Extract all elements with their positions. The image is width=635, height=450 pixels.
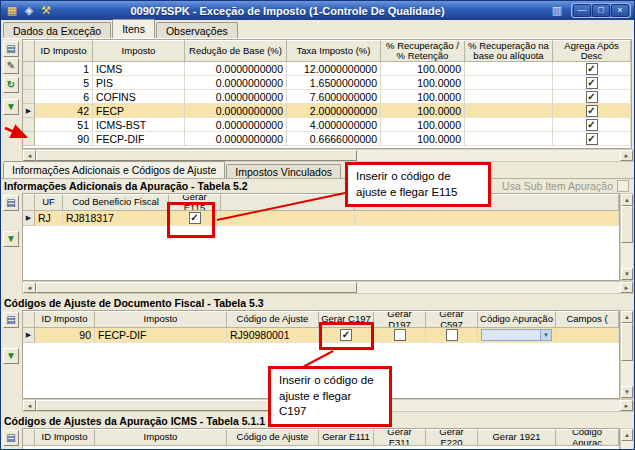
cell-campos[interactable] (556, 328, 619, 343)
scroll-right-button[interactable]: ► (620, 150, 633, 161)
table-row[interactable]: 90 FECP-DIF 0.0000000000 0.6666000000 10… (23, 132, 631, 146)
record-sheet-button[interactable]: ▤ (3, 195, 19, 211)
cell-taxa[interactable]: 12.0000000000 (287, 62, 381, 76)
table-row-selected[interactable]: ▶ RJ RJ818317 ✓ (23, 211, 619, 226)
vertical-scrollbar[interactable]: ▲ (620, 428, 634, 450)
column-header-imposto[interactable]: Imposto (95, 429, 227, 446)
record-sheet-button[interactable]: ▤ (3, 312, 19, 328)
column-header-gerar-e111[interactable]: Gerar E111 (319, 429, 374, 446)
subtab-impostos-vinculados[interactable]: Impostos Vinculados (226, 164, 341, 178)
scroll-track[interactable] (621, 206, 633, 268)
scroll-thumb[interactable] (36, 282, 357, 293)
gerar-e115-checkbox[interactable]: ✓ (189, 212, 201, 224)
cell-recuperacao[interactable]: 100.0000 (381, 104, 465, 118)
tab-dados-da-excecao[interactable]: Dados da Exceção (3, 22, 111, 38)
cell-id-imposto[interactable]: 1 (35, 62, 93, 76)
cell-recuperacao-base[interactable] (465, 118, 553, 132)
horizontal-scrollbar[interactable]: ◄ ► (22, 281, 634, 294)
cell-imposto[interactable]: FECP-DIF (95, 328, 227, 343)
column-header-gerar-d197[interactable]: Gerar D197 (374, 311, 426, 328)
cell-recuperacao[interactable]: 100.0000 (381, 76, 465, 90)
agrega-checkbox[interactable]: ✓ (586, 133, 598, 145)
cell-id-imposto[interactable]: 51 (35, 118, 93, 132)
gerar-c197-checkbox[interactable]: ✓ (340, 329, 352, 341)
record-post-button[interactable]: ▼ (3, 231, 19, 247)
table-row[interactable]: 51 ICMS-BST 0.0000000000 4.0000000000 10… (23, 118, 631, 132)
column-header-gerar-c597[interactable]: Gerar C597 (426, 311, 478, 328)
cell-recuperacao[interactable]: 100.0000 (381, 90, 465, 104)
column-header-imposto[interactable]: Imposto (95, 311, 227, 328)
column-header-gerar-e311[interactable]: Gerar E311 (374, 429, 426, 446)
cell-empty[interactable] (355, 211, 619, 226)
cell-id-imposto[interactable]: 90 (35, 328, 95, 343)
agrega-checkbox[interactable]: ✓ (586, 119, 598, 131)
column-header-id-imposto[interactable]: ID Imposto (35, 40, 93, 62)
column-header-recuperacao[interactable]: % Recuperação / % Retenção (381, 40, 465, 62)
scroll-left-button[interactable]: ◄ (23, 282, 36, 293)
report-icon[interactable]: ▥ (550, 3, 564, 17)
maximize-button[interactable]: □ (592, 4, 610, 17)
scroll-down-button[interactable]: ▼ (621, 386, 633, 398)
cell-reducao[interactable]: 0.0000000000 (185, 90, 287, 104)
subtab-informacoes-adicionais[interactable]: Informações Adicionais e Códigos de Ajus… (3, 161, 225, 178)
cell-taxa[interactable]: 0.6666000000 (287, 132, 381, 146)
vertical-scrollbar[interactable]: ▲ ▼ (620, 193, 634, 281)
column-header-id-imposto[interactable]: ID Imposto (35, 429, 95, 446)
record-sheet-button[interactable]: ▤ (3, 41, 19, 57)
cell-recuperacao-base[interactable] (465, 132, 553, 146)
column-header-imposto[interactable]: Imposto (93, 40, 185, 62)
scroll-left-button[interactable]: ◄ (23, 150, 36, 161)
column-header-codigo-apuracao[interactable]: Código Apuraç (556, 429, 619, 446)
table-row[interactable]: 6 COFINS 0.0000000000 7.6000000000 100.0… (23, 90, 631, 104)
column-header-reducao-base[interactable]: Redução de Base (%) (185, 40, 287, 62)
scroll-thumb[interactable] (36, 150, 357, 161)
record-post-button[interactable]: ▼ (3, 348, 19, 364)
table-row-selected[interactable]: ▶ 90 FECP-DIF RJ90980001 ✓ ▼ (23, 328, 619, 343)
cell-id-imposto[interactable]: 6 (35, 90, 93, 104)
record-post-button[interactable]: ▼ (3, 99, 19, 115)
column-header-gerar-e115[interactable]: Gerar E115 (169, 194, 221, 211)
cell-taxa[interactable]: 7.6000000000 (287, 90, 381, 104)
tab-observacoes[interactable]: Observações (156, 22, 238, 38)
cell-reducao[interactable]: 0.0000000000 (185, 104, 287, 118)
scroll-up-button[interactable]: ▲ (621, 429, 633, 441)
column-header-uf[interactable]: UF (35, 194, 63, 211)
column-header-taxa-imposto[interactable]: Taxa Imposto (%) (287, 40, 381, 62)
usa-sub-item-checkbox[interactable] (617, 180, 629, 192)
tools-icon[interactable]: ⚒ (39, 4, 53, 18)
cell-imposto[interactable]: ICMS (93, 62, 185, 76)
agrega-checkbox[interactable]: ✓ (586, 91, 598, 103)
column-header-id-imposto[interactable]: ID Imposto (35, 311, 95, 328)
cell-id-imposto[interactable]: 90 (35, 132, 93, 146)
scroll-track[interactable] (36, 282, 620, 293)
agrega-checkbox[interactable]: ✓ (586, 63, 598, 75)
scroll-thumb[interactable] (621, 206, 633, 243)
column-header-codigo-ajuste[interactable]: Código de Ajuste (227, 311, 319, 328)
scroll-up-button[interactable]: ▲ (621, 311, 633, 323)
cell-imposto[interactable]: FECP-DIF (93, 132, 185, 146)
cell-recuperacao-base[interactable] (465, 90, 553, 104)
table-row-selected[interactable]: ▶ 42 FECP 0.0000000000 2.0000000000 100.… (23, 104, 631, 118)
column-header-campos[interactable]: Campos ( (556, 311, 619, 328)
column-header-recuperacao-base[interactable]: % Recuperação na base ou alíquota (465, 40, 553, 62)
cell-imposto[interactable]: ICMS-BST (93, 118, 185, 132)
close-button[interactable]: × (611, 4, 629, 17)
cell-recuperacao[interactable]: 100.0000 (381, 118, 465, 132)
cell-reducao[interactable]: 0.0000000000 (185, 62, 287, 76)
column-header-gerar-1921[interactable]: Gerar 1921 (478, 429, 556, 446)
minimize-button[interactable]: — (573, 4, 591, 17)
column-header-gerar-c197[interactable]: Gerar C197 (319, 311, 374, 328)
cell-reducao[interactable]: 0.0000000000 (185, 118, 287, 132)
agrega-checkbox[interactable]: ✓ (586, 77, 598, 89)
column-header-gerar-e220[interactable]: Gerar E220 (426, 429, 478, 446)
cell-id-imposto[interactable]: 5 (35, 76, 93, 90)
cell-reducao[interactable]: 0.0000000000 (185, 132, 287, 146)
cell-taxa[interactable]: 4.0000000000 (287, 118, 381, 132)
scroll-left-button[interactable]: ◄ (23, 400, 36, 411)
cell-empty[interactable] (221, 211, 355, 226)
scroll-track[interactable] (621, 323, 633, 386)
cell-id-imposto[interactable]: 42 (35, 104, 93, 118)
scroll-track[interactable] (36, 150, 620, 161)
table-row[interactable]: 1 ICMS 0.0000000000 12.0000000000 100.00… (23, 62, 631, 76)
cell-imposto[interactable]: FECP (93, 104, 185, 118)
